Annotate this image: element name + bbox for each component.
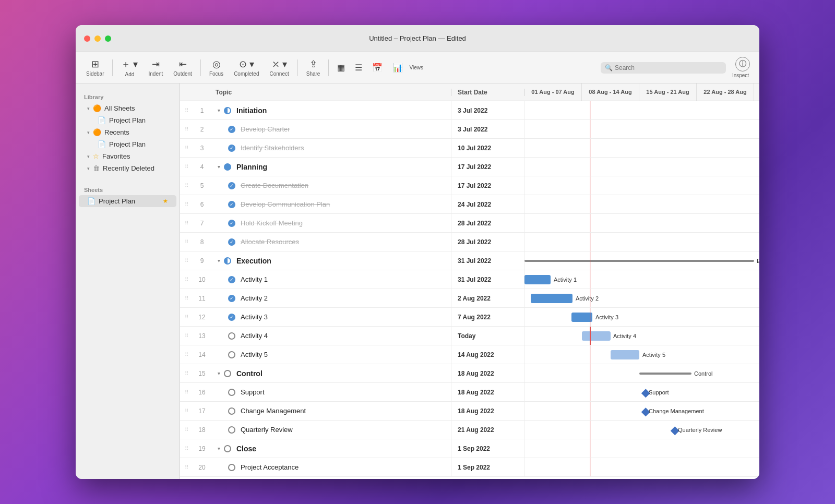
outdent-button[interactable]: ⇤ Outdent <box>169 55 196 80</box>
sidebar-item-sheets-project-plan[interactable]: 📄 Project Plan ★ <box>79 195 176 207</box>
expand-arrow-icon[interactable]: ▾ <box>218 258 220 263</box>
views-grid-button[interactable]: ▦ <box>333 61 349 75</box>
task-status-circle[interactable] <box>224 370 231 377</box>
row-handle[interactable]: ⠿ <box>180 314 193 320</box>
task-status-circle[interactable] <box>228 332 235 340</box>
row-handle[interactable]: ⠿ <box>180 183 193 188</box>
gantt-bar-light[interactable] <box>582 331 611 341</box>
row-topic[interactable]: ✓Identify Stakeholders <box>211 139 451 157</box>
views-calendar-button[interactable]: 📅 <box>368 61 387 75</box>
row-handle[interactable]: ⠿ <box>180 389 193 395</box>
sidebar-item-favorites[interactable]: ▾ ☆ Favorites <box>79 150 176 162</box>
table-row[interactable]: ⠿2✓Develop Charter3 Jul 2022 <box>180 120 759 139</box>
sidebar-item-project-plan-1[interactable]: 📄 Project Plan <box>79 114 176 126</box>
table-row[interactable]: ⠿17Change Management18 Aug 2022Change Ma… <box>180 402 759 421</box>
row-handle[interactable]: ⠿ <box>180 446 193 451</box>
table-row[interactable]: ⠿5✓Create Documentation17 Jul 2022 <box>180 176 759 195</box>
gantt-bar[interactable] <box>571 313 592 322</box>
views-gantt-button[interactable]: 📊 <box>388 61 407 75</box>
row-handle[interactable]: ⠿ <box>180 277 193 282</box>
task-status-circle[interactable]: ✓ <box>228 238 235 246</box>
search-input[interactable] <box>615 64 722 71</box>
table-row[interactable]: ⠿16Support18 Aug 2022Support <box>180 383 759 402</box>
expand-arrow-icon[interactable]: ▾ <box>218 446 220 451</box>
close-button[interactable] <box>84 35 90 42</box>
row-topic[interactable]: ✓Create Documentation <box>211 176 451 195</box>
table-row[interactable]: ⠿20Project Acceptance1 Sep 2022 <box>180 458 759 477</box>
row-topic[interactable]: Activity 5 <box>211 345 451 364</box>
task-status-circle[interactable]: ✓ <box>228 295 235 302</box>
table-row[interactable]: ⠿14Activity 514 Aug 2022Activity 5 <box>180 345 759 364</box>
row-handle[interactable]: ⠿ <box>180 201 193 207</box>
task-status-circle[interactable] <box>224 445 231 452</box>
task-status-circle[interactable] <box>228 407 235 415</box>
row-topic[interactable]: Change Management <box>211 402 451 420</box>
add-button[interactable]: ＋ ▾ Add <box>117 55 142 80</box>
task-status-circle[interactable] <box>228 351 235 358</box>
expand-arrow-icon[interactable]: ▾ <box>218 164 220 170</box>
row-handle[interactable]: ⠿ <box>180 239 193 245</box>
gantt-bar[interactable] <box>531 294 572 303</box>
row-topic[interactable]: ▾Execution <box>211 251 451 270</box>
row-handle[interactable]: ⠿ <box>180 427 193 433</box>
row-topic[interactable]: ✓Hold Kickoff Meeting <box>211 214 451 232</box>
task-status-circle[interactable] <box>228 389 235 396</box>
table-row[interactable]: ⠿19▾Close1 Sep 2022 <box>180 439 759 458</box>
table-row[interactable]: ⠿10✓Activity 131 Jul 2022Activity 1 <box>180 270 759 289</box>
row-topic[interactable]: ✓Allocate Resources <box>211 233 451 251</box>
sidebar-item-recently-deleted[interactable]: ▾ 🗑 Recently Deleted <box>79 162 176 174</box>
table-row[interactable]: ⠿12✓Activity 37 Aug 2022Activity 3 <box>180 308 759 327</box>
task-status-circle[interactable]: ✓ <box>228 126 235 133</box>
row-handle[interactable]: ⠿ <box>180 352 193 357</box>
task-status-circle[interactable]: ✓ <box>228 201 235 208</box>
row-handle[interactable]: ⠿ <box>180 464 193 470</box>
row-handle[interactable]: ⠿ <box>180 164 193 170</box>
row-topic[interactable]: ▾Close <box>211 439 451 458</box>
row-topic[interactable]: ✓Activity 3 <box>211 308 451 326</box>
table-row[interactable]: ⠿7✓Hold Kickoff Meeting28 Jul 2022 <box>180 214 759 233</box>
task-status-circle[interactable] <box>228 426 235 434</box>
row-topic[interactable]: Support <box>211 383 451 401</box>
table-row[interactable]: ⠿4▾Planning17 Jul 2022 <box>180 158 759 176</box>
share-button[interactable]: ⇪ Share <box>302 55 325 80</box>
indent-button[interactable]: ⇥ Indent <box>144 55 167 80</box>
table-row[interactable]: ⠿18Quarterly Review21 Aug 2022Quarterly … <box>180 421 759 439</box>
row-handle[interactable]: ⠿ <box>180 258 193 263</box>
row-handle[interactable]: ⠿ <box>180 295 193 301</box>
sidebar-item-all-sheets[interactable]: ▾ 🟠 All Sheets <box>79 102 176 114</box>
row-handle[interactable]: ⠿ <box>180 408 193 414</box>
row-topic[interactable]: ✓Activity 1 <box>211 270 451 289</box>
task-status-circle[interactable]: ✓ <box>228 220 235 227</box>
table-row[interactable]: ⠿13Activity 4TodayActivity 4 <box>180 327 759 345</box>
expand-arrow-icon[interactable]: ▾ <box>218 108 220 113</box>
task-status-circle[interactable]: ✓ <box>228 145 235 152</box>
sidebar-item-recents[interactable]: ▾ 🟠 Recents <box>79 126 176 138</box>
gantt-bar[interactable] <box>524 275 551 284</box>
row-topic[interactable]: Quarterly Review <box>211 421 451 439</box>
completed-button[interactable]: ⊙ ▾ Completed <box>230 55 263 80</box>
task-status-circle[interactable]: ✓ <box>228 182 235 189</box>
table-row[interactable]: ⠿3✓Identify Stakeholders10 Jul 2022 <box>180 139 759 158</box>
views-rows-button[interactable]: ☰ <box>351 61 366 75</box>
table-row[interactable]: ⠿9▾Execution31 Jul 2022Execution <box>180 251 759 270</box>
task-status-circle[interactable] <box>224 257 231 265</box>
table-row[interactable]: ⠿15▾Control18 Aug 2022Control <box>180 364 759 383</box>
row-topic[interactable]: Project Acceptance <box>211 458 451 476</box>
row-topic[interactable]: Activity 4 <box>211 327 451 345</box>
row-topic[interactable]: ▾Planning <box>211 158 451 176</box>
table-row[interactable]: ⠿8✓Allocate Resources28 Jul 2022 <box>180 233 759 251</box>
connect-button[interactable]: ⤫ ▾ Connect <box>265 55 293 80</box>
row-handle[interactable]: ⠿ <box>180 126 193 132</box>
table-row[interactable]: ⠿1▾Initiation3 Jul 2022 <box>180 101 759 120</box>
row-topic[interactable]: ✓Develop Communication Plan <box>211 195 451 213</box>
task-status-circle[interactable] <box>228 464 235 471</box>
task-status-circle[interactable]: ✓ <box>228 314 235 321</box>
row-handle[interactable]: ⠿ <box>180 333 193 339</box>
sidebar-button[interactable]: ⊞ Sidebar <box>82 55 108 80</box>
row-topic[interactable]: ▾Initiation <box>211 101 451 119</box>
row-handle[interactable]: ⠿ <box>180 370 193 376</box>
maximize-button[interactable] <box>105 35 111 42</box>
row-handle[interactable]: ⠿ <box>180 107 193 113</box>
row-topic[interactable]: ▾Control <box>211 364 451 382</box>
task-status-circle[interactable] <box>224 107 231 114</box>
